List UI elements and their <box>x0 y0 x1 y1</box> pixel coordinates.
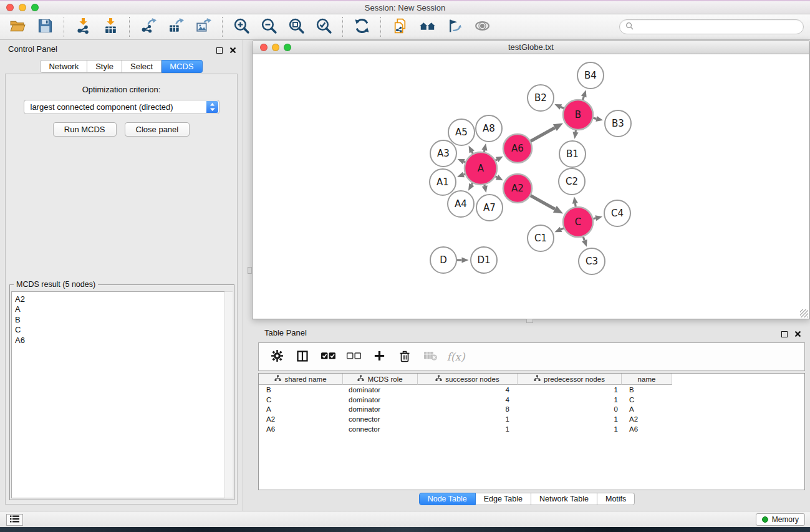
tab-network[interactable]: Network <box>40 60 87 73</box>
graph-node-A1[interactable]: A1 <box>430 169 456 195</box>
zoom-in-button[interactable] <box>228 16 255 38</box>
network-close-traffic-light[interactable] <box>260 44 268 51</box>
mcds-result-item[interactable]: C <box>15 325 232 335</box>
add-column-button[interactable] <box>372 349 387 364</box>
deselect-all-rows-button[interactable] <box>346 349 361 364</box>
graph-node-A8[interactable]: A8 <box>476 115 502 142</box>
close-panel-button[interactable]: Close panel <box>125 122 190 137</box>
tab-motifs[interactable]: Motifs <box>597 493 635 505</box>
column-selector-button[interactable] <box>295 349 310 364</box>
network-zoom-traffic-light[interactable] <box>284 44 291 51</box>
table-row[interactable]: A6connector11A6 <box>259 424 804 434</box>
table-cell[interactable]: C <box>622 396 672 404</box>
table-cell[interactable]: 1 <box>518 425 622 433</box>
table-row[interactable]: Cdominator41C <box>259 395 804 405</box>
mcds-result-item[interactable]: A2 <box>15 294 232 304</box>
tab-edge-table[interactable]: Edge Table <box>476 493 531 505</box>
graph-node-A2[interactable]: A2 <box>503 174 532 203</box>
graph-node-A4[interactable]: A4 <box>448 191 474 217</box>
export-image-button[interactable] <box>190 16 217 38</box>
close-traffic-light[interactable] <box>6 4 14 11</box>
table-row[interactable]: Bdominator41B <box>259 385 804 395</box>
tab-network-table[interactable]: Network Table <box>531 493 597 505</box>
table-row[interactable]: A2connector11A2 <box>259 414 804 424</box>
window-resize-grip[interactable] <box>800 309 808 317</box>
graph-node-A7[interactable]: A7 <box>476 195 503 221</box>
graph-node-B1[interactable]: B1 <box>559 141 586 167</box>
refresh-layout-button[interactable] <box>348 16 375 38</box>
delete-rows-button[interactable] <box>397 349 412 364</box>
table-cell[interactable]: A2 <box>622 415 672 423</box>
graph-node-B[interactable]: B <box>563 100 593 130</box>
graph-node-B2[interactable]: B2 <box>528 85 554 111</box>
task-history-button[interactable] <box>6 514 23 526</box>
table-cell[interactable]: A6 <box>622 425 672 433</box>
criterion-select[interactable]: largest connected component (directed) <box>24 100 219 114</box>
tab-mcds[interactable]: MCDS <box>162 60 202 73</box>
column-header-predecessor-nodes[interactable]: predecessor nodes <box>518 374 622 385</box>
table-cell[interactable]: connector <box>343 415 418 423</box>
import-network-button[interactable] <box>69 16 97 38</box>
select-all-rows-button[interactable] <box>321 349 335 364</box>
table-cell[interactable]: C <box>259 396 343 404</box>
table-cell[interactable]: A <box>622 405 672 413</box>
zoom-fit-button[interactable] <box>282 16 310 38</box>
table-cell[interactable]: connector <box>343 425 418 433</box>
network-canvas[interactable]: B4B2BB3A8A5A6A3B1AC2A1A2A4A7C4CC1C3DD1 <box>252 54 810 319</box>
close-table-panel-icon[interactable] <box>794 329 801 340</box>
table-cell[interactable]: 8 <box>418 405 518 413</box>
table-cell[interactable]: 4 <box>418 396 518 404</box>
export-network-button[interactable] <box>135 16 162 38</box>
mcds-result-item[interactable]: A <box>15 304 232 314</box>
graph-node-B3[interactable]: B3 <box>605 110 631 137</box>
export-table-button[interactable] <box>162 16 190 38</box>
graph-node-A6[interactable]: A6 <box>503 134 532 163</box>
table-cell[interactable]: 0 <box>518 405 622 413</box>
network-minimize-traffic-light[interactable] <box>272 44 279 51</box>
graph-node-A[interactable]: A <box>465 152 497 185</box>
network-window-titlebar[interactable]: testGlobe.txt <box>252 40 810 54</box>
graph-node-C[interactable]: C <box>563 207 593 237</box>
column-header-successor-nodes[interactable]: successor nodes <box>418 374 518 385</box>
column-header-shared-name[interactable]: shared name <box>259 374 343 385</box>
graph-node-C3[interactable]: C3 <box>579 248 605 274</box>
float-panel-icon[interactable] <box>216 47 223 54</box>
table-cell[interactable]: 1 <box>518 386 622 394</box>
column-header-name[interactable]: name <box>622 374 672 385</box>
import-table-button[interactable] <box>97 16 124 38</box>
result-scrollbar[interactable] <box>224 291 233 498</box>
table-cell[interactable]: A <box>259 405 343 413</box>
zoom-traffic-light[interactable] <box>31 4 39 11</box>
mcds-result-list[interactable]: A2ABCA6 <box>11 291 233 498</box>
table-cell[interactable]: 1 <box>518 396 622 404</box>
table-cell[interactable]: 1 <box>418 415 518 423</box>
open-session-button[interactable] <box>4 16 31 38</box>
show-graphics-details-button[interactable] <box>468 16 496 38</box>
mcds-result-item[interactable]: A6 <box>15 336 232 346</box>
zoom-selected-button[interactable] <box>310 16 337 38</box>
table-settings-button[interactable] <box>269 349 284 364</box>
table-row[interactable]: Adominator80A <box>259 405 804 415</box>
tab-select[interactable]: Select <box>122 60 162 73</box>
minimize-traffic-light[interactable] <box>19 4 26 11</box>
mcds-result-item[interactable]: B <box>15 315 232 325</box>
search-input[interactable] <box>637 22 803 31</box>
session-titlebar[interactable]: Session: New Session <box>0 1 810 14</box>
graph-node-C1[interactable]: C1 <box>528 225 554 251</box>
table-cell[interactable]: B <box>259 386 343 394</box>
home-view-button[interactable] <box>413 16 441 38</box>
table-cell[interactable]: 1 <box>518 415 622 423</box>
search-field[interactable] <box>619 19 804 34</box>
graph-node-A3[interactable]: A3 <box>430 140 456 167</box>
column-header-MCDS-role[interactable]: MCDS role <box>343 374 418 385</box>
table-cell[interactable]: dominator <box>343 396 418 404</box>
graph-node-D[interactable]: D <box>430 247 456 273</box>
graph-node-A5[interactable]: A5 <box>448 119 475 145</box>
network-view-window[interactable]: testGlobe.txt B4B2BB3A8A5A6A3B1AC2A1A2A4… <box>252 40 810 319</box>
splitter-grip-left[interactable] <box>248 267 252 274</box>
float-table-panel-icon[interactable] <box>781 331 788 337</box>
hide-graphics-details-button[interactable] <box>441 16 468 38</box>
graph-node-C2[interactable]: C2 <box>559 168 585 195</box>
graph-node-D1[interactable]: D1 <box>471 247 497 273</box>
table-cell[interactable]: 4 <box>418 386 518 394</box>
